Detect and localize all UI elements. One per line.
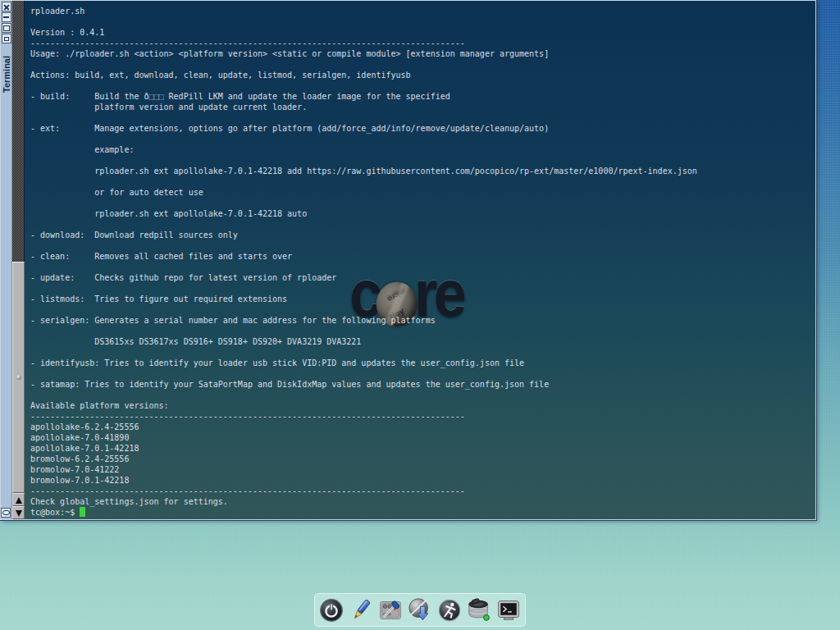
dock-item-control-panel[interactable] bbox=[377, 596, 404, 624]
dock-item-run[interactable] bbox=[436, 596, 463, 624]
power-icon bbox=[318, 597, 345, 623]
iconify-button[interactable] bbox=[1, 508, 11, 518]
arrow-down-icon bbox=[16, 510, 22, 517]
restore-button[interactable] bbox=[2, 34, 11, 43]
prompt-line: tc@box:~$ bbox=[30, 507, 815, 518]
maximize-button[interactable] bbox=[2, 23, 11, 33]
text-cursor bbox=[80, 507, 85, 517]
scroll-up-button[interactable] bbox=[12, 493, 25, 506]
terminal-output: rploader.sh Version : 0.4.1 ------------… bbox=[30, 6, 815, 507]
window-title: Terminal bbox=[2, 56, 11, 93]
dock-item-apps[interactable] bbox=[406, 596, 434, 624]
dock-item-terminal[interactable] bbox=[495, 596, 523, 624]
control-panel-icon bbox=[377, 597, 404, 623]
arrow-up-icon bbox=[16, 497, 22, 504]
scrollbar[interactable] bbox=[12, 1, 25, 519]
close-icon bbox=[2, 2, 11, 11]
minimize-icon bbox=[3, 16, 9, 18]
run-icon bbox=[436, 597, 463, 623]
maximize-icon bbox=[3, 25, 10, 31]
paint-pen-icon bbox=[348, 597, 374, 623]
close-button[interactable] bbox=[2, 2, 11, 11]
dock-item-exit[interactable] bbox=[317, 596, 345, 624]
scrollbar-thumb[interactable] bbox=[12, 262, 25, 493]
desktop: Terminal c tiny bbox=[0, 0, 840, 630]
scrollbar-arrows bbox=[12, 493, 25, 519]
shade-button[interactable] bbox=[2, 12, 11, 22]
apps-download-icon bbox=[407, 597, 433, 623]
mount-drive-icon bbox=[466, 597, 492, 623]
scroll-down-button[interactable] bbox=[12, 506, 25, 519]
window-titlebar[interactable]: Terminal bbox=[1, 1, 12, 519]
terminal-window: Terminal c tiny bbox=[0, 0, 816, 520]
scrollbar-dimple bbox=[16, 375, 21, 380]
dock-item-background[interactable] bbox=[347, 596, 375, 624]
restore-icon bbox=[4, 37, 9, 41]
shell-prompt: tc@box:~$ bbox=[30, 508, 75, 517]
terminal-screen[interactable]: c tiny micro re rploader.sh Version : 0.… bbox=[25, 1, 815, 519]
dock bbox=[314, 593, 526, 627]
iconify-icon bbox=[2, 510, 10, 515]
dock-item-mount[interactable] bbox=[465, 596, 493, 624]
terminal-icon bbox=[495, 597, 522, 623]
